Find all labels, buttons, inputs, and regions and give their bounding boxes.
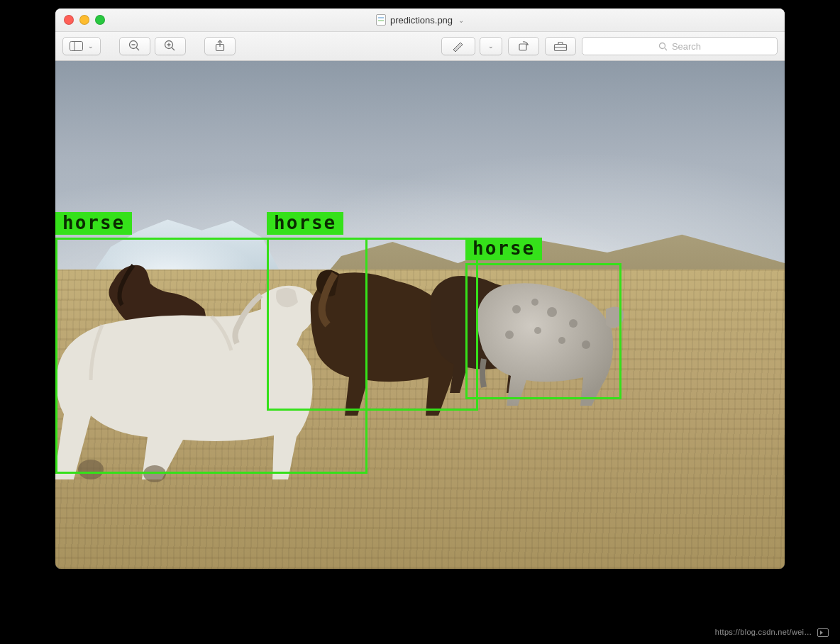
svg-line-3 bbox=[136, 48, 139, 50]
svg-rect-0 bbox=[70, 42, 83, 51]
share-button[interactable] bbox=[204, 37, 236, 55]
rotate-icon bbox=[517, 40, 530, 52]
toolbar: ⌄ bbox=[55, 32, 785, 61]
zoom-in-icon bbox=[164, 40, 177, 52]
markup-dropdown-button[interactable]: ⌄ bbox=[480, 37, 502, 55]
preview-window: predictions.png ⌄ ⌄ bbox=[55, 9, 785, 569]
share-icon bbox=[214, 40, 226, 52]
zoom-out-icon bbox=[128, 40, 141, 52]
detection-label: horse bbox=[465, 238, 542, 260]
chevron-down-icon: ⌄ bbox=[88, 43, 94, 50]
minimize-window-button[interactable] bbox=[79, 15, 89, 25]
toolbox-icon bbox=[553, 41, 568, 51]
svg-rect-11 bbox=[519, 44, 526, 50]
watermark: https://blog.csdn.net/wei… bbox=[715, 628, 829, 637]
toolbox-button[interactable] bbox=[545, 37, 576, 55]
window-title: predictions.png bbox=[390, 15, 453, 26]
svg-point-14 bbox=[659, 43, 665, 48]
zoom-in-button[interactable] bbox=[155, 37, 186, 55]
rotate-button[interactable] bbox=[508, 37, 539, 55]
sidebar-icon bbox=[70, 41, 87, 51]
zoom-window-button[interactable] bbox=[95, 15, 105, 25]
search-input[interactable]: Search bbox=[582, 37, 778, 55]
window-controls bbox=[55, 15, 105, 25]
watermark-icon bbox=[817, 628, 829, 637]
predictions-image: horse horse horse bbox=[55, 61, 785, 569]
markup-pen-icon bbox=[452, 41, 465, 51]
detection-label: horse bbox=[55, 212, 132, 235]
svg-line-15 bbox=[665, 48, 667, 50]
search-placeholder: Search bbox=[672, 41, 701, 52]
title-chevron-icon: ⌄ bbox=[458, 16, 464, 24]
detection-box bbox=[267, 238, 478, 411]
close-window-button[interactable] bbox=[64, 15, 74, 25]
watermark-text: https://blog.csdn.net/wei… bbox=[715, 628, 812, 636]
titlebar[interactable]: predictions.png ⌄ bbox=[55, 9, 785, 32]
chevron-down-icon: ⌄ bbox=[488, 43, 494, 50]
zoom-out-button[interactable] bbox=[119, 37, 150, 55]
markup-button[interactable] bbox=[441, 37, 475, 55]
detection-label: horse bbox=[267, 212, 343, 235]
svg-line-6 bbox=[172, 48, 175, 50]
search-icon bbox=[658, 42, 668, 51]
document-icon bbox=[376, 14, 386, 26]
title-area: predictions.png ⌄ bbox=[55, 14, 785, 26]
detection-box bbox=[465, 263, 621, 399]
image-viewport[interactable]: horse horse horse bbox=[55, 61, 785, 569]
sidebar-toggle-button[interactable]: ⌄ bbox=[62, 37, 101, 55]
